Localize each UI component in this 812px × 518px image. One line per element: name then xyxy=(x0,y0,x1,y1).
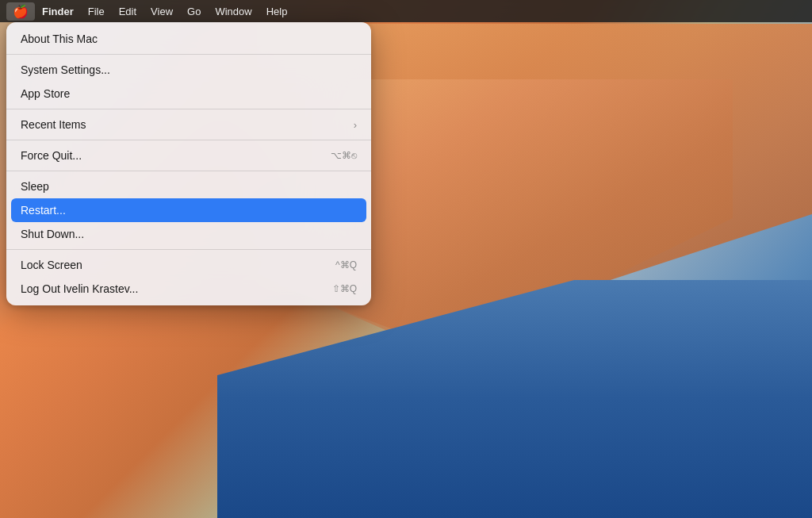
menu-item-app-store[interactable]: App Store xyxy=(6,82,371,106)
log-out-shortcut: ⇧⌘Q xyxy=(332,283,357,294)
separator-5 xyxy=(6,249,371,250)
menubar-go[interactable]: Go xyxy=(180,4,208,19)
menubar-file[interactable]: File xyxy=(81,4,112,19)
menu-item-system-settings-label: System Settings... xyxy=(21,63,110,76)
menu-item-log-out-label: Log Out Ivelin Krastev... xyxy=(21,282,138,295)
menubar: 🍎 Finder File Edit View Go Window Help xyxy=(0,0,812,22)
separator-4 xyxy=(6,171,371,171)
menu-item-system-settings[interactable]: System Settings... xyxy=(6,58,371,82)
lock-screen-shortcut: ^⌘Q xyxy=(335,259,357,271)
menu-item-force-quit-label: Force Quit... xyxy=(21,149,82,162)
apple-dropdown-menu: About This Mac System Settings... App St… xyxy=(6,22,371,305)
menu-item-lock-screen[interactable]: Lock Screen ^⌘Q xyxy=(6,253,371,277)
force-quit-shortcut: ⌥⌘⎋ xyxy=(331,150,357,161)
dune-3 xyxy=(217,280,812,518)
menubar-view[interactable]: View xyxy=(144,4,180,19)
menu-item-restart-label: Restart... xyxy=(21,204,66,217)
menubar-finder[interactable]: Finder xyxy=(35,4,81,19)
menu-item-about[interactable]: About This Mac xyxy=(6,27,371,51)
menubar-help[interactable]: Help xyxy=(259,4,295,19)
apple-menu-button[interactable]: 🍎 xyxy=(6,2,35,21)
menu-item-force-quit[interactable]: Force Quit... ⌥⌘⎋ xyxy=(6,144,371,167)
menu-item-shut-down-label: Shut Down... xyxy=(21,228,84,240)
menu-item-app-store-label: App Store xyxy=(21,87,70,100)
separator-2 xyxy=(6,109,371,109)
menu-item-about-label: About This Mac xyxy=(21,33,98,45)
menu-item-shut-down[interactable]: Shut Down... xyxy=(6,222,371,246)
menu-item-sleep[interactable]: Sleep xyxy=(6,175,371,198)
menu-item-restart[interactable]: Restart... xyxy=(11,198,366,222)
separator-3 xyxy=(6,140,371,140)
menubar-window[interactable]: Window xyxy=(208,4,259,19)
menu-item-log-out[interactable]: Log Out Ivelin Krastev... ⇧⌘Q xyxy=(6,277,371,301)
menu-item-lock-screen-label: Lock Screen xyxy=(21,259,82,271)
menu-item-sleep-label: Sleep xyxy=(21,180,49,193)
recent-items-chevron-icon: › xyxy=(354,119,357,131)
menu-item-recent-items-label: Recent Items xyxy=(21,118,86,131)
menu-item-recent-items[interactable]: Recent Items › xyxy=(6,113,371,136)
separator-1 xyxy=(6,54,371,55)
menubar-edit[interactable]: Edit xyxy=(112,4,144,19)
menubar-items: 🍎 Finder File Edit View Go Window Help xyxy=(6,2,294,21)
